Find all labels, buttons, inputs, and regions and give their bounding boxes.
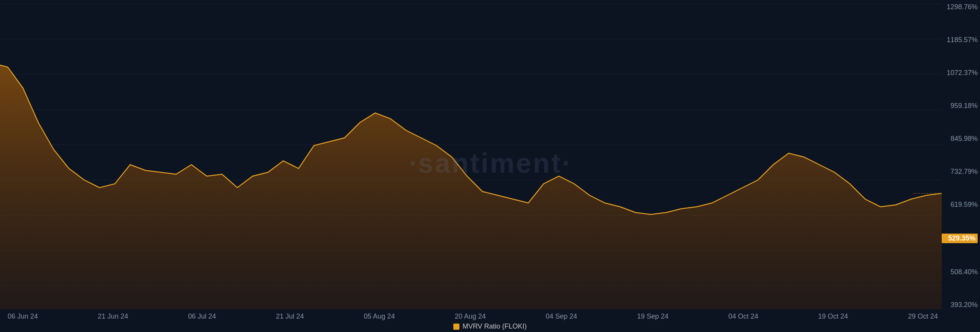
x-label-jun21: 21 Jun 24 — [98, 312, 128, 321]
x-label-jul06: 06 Jul 24 — [188, 312, 216, 321]
x-label-oct04: 04 Oct 24 — [728, 312, 758, 321]
y-label-845: 845.98% — [942, 135, 978, 143]
legend-color-mvrv — [453, 324, 459, 330]
y-label-1298: 1298.76% — [942, 3, 978, 11]
x-axis: 06 Jun 24 21 Jun 24 06 Jul 24 21 Jul 24 … — [8, 312, 938, 321]
y-label-393: 393.20% — [942, 301, 978, 309]
y-label-508: 508.40% — [942, 268, 978, 276]
y-label-1185: 1185.57% — [942, 36, 978, 44]
x-label-sep19: 19 Sep 24 — [637, 312, 668, 321]
x-label-oct19: 19 Oct 24 — [818, 312, 848, 321]
y-label-959: 959.18% — [942, 102, 978, 110]
x-label-sep04: 04 Sep 24 — [546, 312, 577, 321]
chart-container: ·santiment· 1298.76% 1185.57% 1072.37% 9… — [0, 0, 980, 332]
chart-legend: MVRV Ratio (FLOKI) — [453, 322, 527, 330]
y-axis: 1298.76% 1185.57% 1072.37% 959.18% 845.9… — [942, 0, 980, 309]
x-label-jul21: 21 Jul 24 — [276, 312, 304, 321]
x-label-aug05: 05 Aug 24 — [364, 312, 395, 321]
chart-area — [0, 0, 942, 309]
y-label-732: 732.79% — [942, 168, 978, 176]
x-label-oct29: 29 Oct 24 — [908, 312, 938, 321]
legend-label-mvrv: MVRV Ratio (FLOKI) — [462, 322, 527, 330]
x-label-aug20: 20 Aug 24 — [455, 312, 486, 321]
y-label-highlighted: 529.35% — [942, 234, 978, 243]
x-label-jun06: 06 Jun 24 — [8, 312, 38, 321]
y-label-1072: 1072.37% — [942, 69, 978, 77]
y-label-619: 619.59% — [942, 201, 978, 209]
